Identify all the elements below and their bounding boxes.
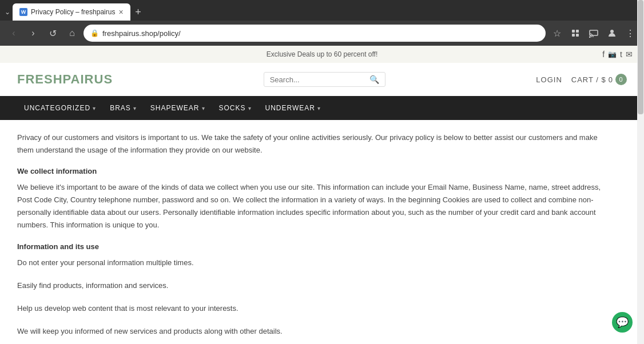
browser-toolbar: ‹ › ↺ ⌂ 🔒 freshpairus.shop/policy/ ☆ [0, 21, 644, 46]
announcement-text: Exclusive Deals up to 60 percent off! [267, 50, 378, 58]
bullet-2: Easily find products, information and se… [17, 279, 612, 292]
facebook-icon[interactable]: f [602, 50, 605, 59]
cart-count-badge: 0 [615, 74, 627, 85]
svg-rect-4 [590, 30, 598, 35]
page-content: Privacy of our customers and visitors is… [0, 120, 629, 344]
cast-button[interactable] [586, 25, 602, 41]
nav-underwear-arrow: ▾ [317, 105, 321, 111]
bullet-1: Do not enter your personal information m… [17, 257, 612, 269]
site-logo[interactable]: FRESHPAIRUS [17, 72, 113, 87]
search-box[interactable]: 🔍 [264, 72, 385, 87]
scrollbar-thumb[interactable] [638, 0, 643, 114]
tab-list-arrow[interactable]: ⌄ [5, 8, 10, 16]
tab-favicon: W [19, 8, 27, 16]
cart-price: 0 [609, 75, 613, 84]
nav-bras-arrow: ▾ [133, 105, 137, 111]
profile-button[interactable] [604, 25, 620, 41]
refresh-button[interactable]: ↺ [45, 25, 61, 41]
bullet-4: We will keep you informed of new service… [17, 325, 612, 338]
website: Exclusive Deals up to 60 percent off! f … [0, 46, 644, 344]
extensions-button[interactable] [567, 25, 583, 41]
nav-socks[interactable]: SOCKS ▾ [212, 96, 259, 120]
instagram-icon[interactable]: 📷 [608, 50, 617, 58]
svg-rect-1 [576, 30, 579, 33]
twitter-icon[interactable]: t [620, 50, 622, 59]
menu-button[interactable]: ⋮ [622, 25, 638, 41]
heading-collect: We collect information [17, 167, 612, 175]
intro-paragraph: Privacy of our customers and visitors is… [17, 131, 612, 157]
toolbar-actions: ☆ ⋮ [549, 25, 638, 41]
announcement-bar: Exclusive Deals up to 60 percent off! f … [0, 46, 644, 63]
cart-button[interactable]: CART / $ 0 0 [571, 74, 627, 85]
collect-paragraph: We believe it's important to be aware of… [17, 181, 612, 231]
search-input[interactable] [270, 75, 366, 84]
bookmark-button[interactable]: ☆ [549, 25, 565, 41]
home-button[interactable]: ⌂ [64, 25, 80, 41]
svg-rect-2 [572, 34, 575, 37]
tab-close-button[interactable]: × [118, 7, 123, 17]
nav-underwear[interactable]: UNDERWEAR ▾ [259, 96, 328, 120]
nav-shapewear[interactable]: SHAPEWEAR ▾ [144, 96, 212, 120]
svg-rect-3 [576, 34, 579, 37]
tab-title: Privacy Policy – freshpairus [31, 8, 115, 16]
chat-bubble[interactable]: 💬 [612, 312, 633, 333]
nav-socks-arrow: ▾ [248, 105, 252, 111]
login-link[interactable]: LOGIN [536, 75, 562, 84]
tab-bar: ⌄ W Privacy Policy – freshpairus × + [0, 0, 644, 21]
active-tab[interactable]: W Privacy Policy – freshpairus × [13, 3, 130, 21]
email-icon[interactable]: ✉ [626, 50, 633, 59]
cart-label: CART / $ [571, 75, 606, 84]
header-right: LOGIN CART / $ 0 0 [536, 74, 627, 85]
scrollbar-track[interactable] [637, 0, 644, 344]
chat-icon: 💬 [616, 316, 629, 329]
nav-shapewear-arrow: ▾ [202, 105, 205, 111]
svg-point-6 [610, 30, 614, 33]
address-bar[interactable]: 🔒 freshpairus.shop/policy/ [84, 25, 546, 42]
nav-bras[interactable]: BRAS ▾ [103, 96, 144, 120]
bullet-3: Help us develop web content that is most… [17, 302, 612, 315]
heading-usage: Information and its use [17, 242, 612, 251]
new-tab-button[interactable]: + [130, 4, 146, 20]
site-header: FRESHPAIRUS 🔍 LOGIN CART / $ 0 0 [0, 63, 644, 96]
nav-uncategorized-arrow: ▾ [93, 105, 96, 111]
social-icons: f 📷 t ✉ [602, 50, 633, 59]
site-navigation: UNCATEGORIZED ▾ BRAS ▾ SHAPEWEAR ▾ SOCKS… [0, 96, 644, 120]
forward-button[interactable]: › [25, 25, 41, 41]
browser-chrome: ⌄ W Privacy Policy – freshpairus × + ‹ ›… [0, 0, 644, 46]
search-icon[interactable]: 🔍 [369, 75, 379, 84]
svg-point-5 [589, 37, 591, 38]
url-text: freshpairus.shop/policy/ [102, 29, 539, 38]
lock-icon: 🔒 [90, 29, 99, 37]
back-button[interactable]: ‹ [6, 25, 22, 41]
nav-uncategorized[interactable]: UNCATEGORIZED ▾ [17, 96, 103, 120]
svg-rect-0 [572, 30, 575, 33]
